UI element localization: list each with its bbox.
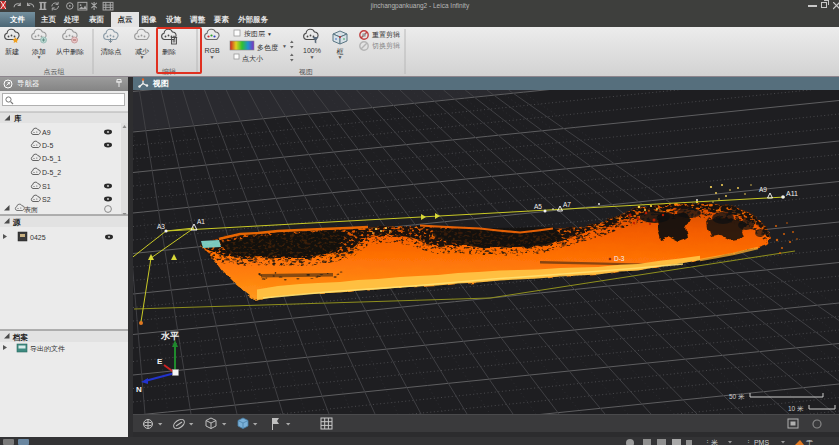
svg-text:导出的文件: 导出的文件 — [30, 344, 65, 353]
svg-text:D-3: D-3 — [614, 255, 625, 262]
svg-text:D-5: D-5 — [42, 142, 53, 149]
svg-text:A5: A5 — [534, 203, 542, 210]
svg-text:50 米: 50 米 — [729, 393, 745, 400]
svg-text:S1: S1 — [42, 183, 51, 190]
svg-text:水平: 水平 — [160, 331, 179, 341]
svg-text:10 米: 10 米 — [788, 405, 804, 412]
svg-text:A1: A1 — [197, 218, 205, 225]
svg-text:源: 源 — [12, 218, 21, 227]
svg-text:D-5_1: D-5_1 — [42, 155, 61, 163]
svg-text:⋮ PMS: ⋮ PMS — [745, 439, 769, 445]
svg-text:A9: A9 — [759, 186, 767, 193]
svg-text:0425: 0425 — [30, 234, 46, 241]
svg-text:库: 库 — [13, 114, 22, 123]
svg-text:E: E — [157, 357, 163, 366]
svg-text:⋮米: ⋮米 — [704, 439, 718, 445]
svg-text:表面: 表面 — [24, 206, 38, 214]
svg-text:D-5_2: D-5_2 — [42, 169, 61, 177]
svg-text:于: 于 — [806, 439, 813, 445]
svg-text:A3: A3 — [157, 223, 165, 230]
svg-text:A7: A7 — [563, 201, 571, 208]
svg-text:A9: A9 — [42, 129, 51, 136]
svg-text:档案: 档案 — [12, 333, 29, 342]
svg-text:N: N — [136, 385, 142, 394]
svg-text:S2: S2 — [42, 196, 51, 203]
svg-text:A11: A11 — [786, 190, 798, 197]
